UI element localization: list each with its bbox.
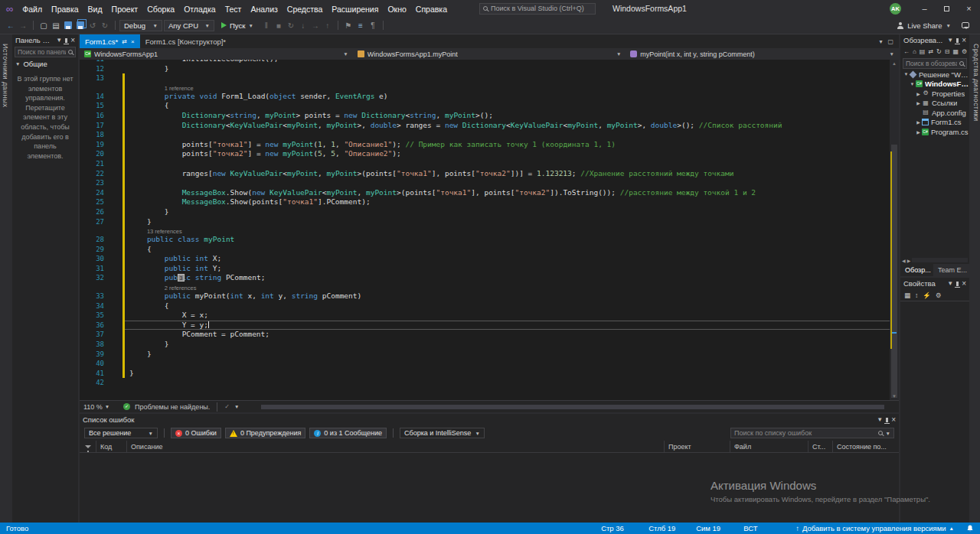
code-line[interactable]: 37 PComment = pComment; xyxy=(80,330,890,340)
code-line[interactable]: 14 private void Form1_Load(object sender… xyxy=(80,92,890,102)
line-number[interactable]: 21 xyxy=(80,159,113,169)
scrollbar-thumb[interactable] xyxy=(261,405,884,409)
code-text-area[interactable]: 11 InitializeComponent();12 }131 referen… xyxy=(80,60,890,400)
tree-item[interactable]: ▶C#Program.cs xyxy=(900,127,969,137)
step-over-icon[interactable]: → xyxy=(309,21,322,30)
line-number[interactable]: 37 xyxy=(80,330,113,340)
outline-icon[interactable]: ≡ xyxy=(354,21,367,30)
vertical-scrollbar[interactable]: ▲ ▼ xyxy=(890,60,899,400)
open-file-icon[interactable]: ▤ xyxy=(50,21,62,30)
code-line[interactable]: 29 { xyxy=(80,245,890,255)
scrollbar-thumb[interactable] xyxy=(891,145,897,398)
line-number[interactable]: 22 xyxy=(80,169,113,179)
redo-icon[interactable]: ↻ xyxy=(99,21,111,30)
line-number[interactable]: 15 xyxy=(80,101,113,111)
active-files-dropdown-icon[interactable]: ▾ xyxy=(879,38,882,45)
notifications-bell-icon[interactable] xyxy=(966,524,974,532)
column-header[interactable]: Состояние по... xyxy=(833,441,899,452)
scrollbar-track[interactable] xyxy=(912,258,968,262)
tool-window-tab[interactable]: Team E... xyxy=(933,264,969,276)
code-line[interactable]: 38 } xyxy=(80,340,890,350)
scroll-up-icon[interactable]: ▲ xyxy=(890,60,899,67)
tree-item[interactable]: ▼C#WindowsFormsApp1 xyxy=(900,80,969,90)
line-number[interactable]: 31 xyxy=(80,264,113,274)
bookmark-icon[interactable]: ⚑ xyxy=(342,21,354,30)
line-number[interactable]: 36 xyxy=(80,321,113,330)
code-line[interactable]: 41} xyxy=(80,369,890,379)
code-line[interactable]: 30 public int X; xyxy=(80,254,890,264)
save-icon[interactable] xyxy=(64,21,72,29)
restore-button[interactable] xyxy=(936,0,958,17)
show-all-files-icon[interactable]: ▦ xyxy=(953,48,959,55)
pin-icon[interactable] xyxy=(65,38,67,43)
menu-item-7[interactable]: Анализ xyxy=(246,5,282,14)
line-number[interactable]: 38 xyxy=(80,340,113,350)
categorized-icon[interactable]: ▦ xyxy=(904,291,910,299)
code-line[interactable]: 25 MessageBox.Show(points["точка1"].PCom… xyxy=(80,197,890,207)
start-debug-button[interactable]: Пуск ▼ xyxy=(216,21,259,30)
new-file-icon[interactable]: ▢ xyxy=(38,21,50,30)
editor-tab[interactable]: Form1.cs [Конструктор]* xyxy=(140,34,231,48)
properties-icon[interactable]: ⚙ xyxy=(962,48,967,55)
line-number[interactable]: 13 xyxy=(80,73,113,83)
scroll-right-icon[interactable]: ▶ xyxy=(907,258,911,263)
collapse-all-icon[interactable]: ⊟ xyxy=(945,48,950,55)
code-line[interactable]: 35 X = x; xyxy=(80,311,890,321)
code-line[interactable]: 42 xyxy=(80,378,890,388)
pause-icon[interactable]: ‖ xyxy=(260,21,273,30)
window-layout-icon[interactable]: ▢ xyxy=(887,38,893,45)
column-header[interactable]: Проект xyxy=(665,441,730,452)
code-line[interactable]: 26 } xyxy=(80,207,890,217)
home-icon[interactable]: ⌂ xyxy=(913,48,916,55)
close-icon[interactable]: × xyxy=(962,280,966,288)
line-number[interactable]: 32 xyxy=(80,273,113,283)
pin-icon[interactable] xyxy=(956,282,959,286)
tree-item[interactable]: ▶▦Ссылки xyxy=(900,99,969,109)
line-number[interactable]: 30 xyxy=(80,254,113,264)
diagnostic-tools-autohide-tab[interactable]: Средства диагностики xyxy=(971,34,980,523)
codelens-references-link[interactable]: 2 references xyxy=(165,284,197,291)
close-icon[interactable]: × xyxy=(891,416,896,424)
menu-item-10[interactable]: Окно xyxy=(383,5,410,14)
menu-item-1[interactable]: Правка xyxy=(47,5,83,14)
error-list-body[interactable] xyxy=(80,453,899,523)
data-sources-autohide-tab[interactable]: Источники данных xyxy=(0,34,11,523)
zoom-dropdown[interactable]: 110 % ▼ xyxy=(83,403,119,411)
split-view-icon[interactable]: ⇄ xyxy=(122,38,127,45)
avatar[interactable]: AK xyxy=(890,3,901,15)
menu-item-5[interactable]: Отладка xyxy=(179,5,220,14)
breadcrumb-segment[interactable]: C#WindowsFormsApp1▼ xyxy=(80,50,353,58)
code-line[interactable]: 28 public class myPoint xyxy=(80,235,890,245)
chevron-collapsed-icon[interactable]: ▶ xyxy=(915,119,922,125)
scope-filter-dropdown[interactable]: Все решение ▼ xyxy=(84,428,158,438)
refresh-icon[interactable]: ↻ xyxy=(936,48,942,55)
code-line[interactable]: 19 points["точка1"] = new myPoint(1, 1, … xyxy=(80,140,890,150)
line-number[interactable]: 39 xyxy=(80,350,113,360)
window-position-icon[interactable]: ▼ xyxy=(947,281,953,287)
line-number[interactable]: 19 xyxy=(80,140,113,150)
code-line[interactable]: 13 xyxy=(80,73,890,83)
alphabetical-icon[interactable]: ↕ xyxy=(915,291,918,299)
code-line[interactable]: 32 public string PComment;3 xyxy=(80,273,890,283)
messages-filter-button[interactable]: i0 из 1 Сообщение xyxy=(309,428,387,438)
line-number[interactable]: 14 xyxy=(80,92,113,102)
chevron-down-icon[interactable]: ▼ xyxy=(234,404,239,409)
code-line[interactable]: 24 MessageBox.Show(new KeyValuePair<myPo… xyxy=(80,188,890,198)
warnings-filter-button[interactable]: 0 Предупреждения xyxy=(225,428,305,438)
menu-item-0[interactable]: Файл xyxy=(18,5,47,14)
code-line[interactable]: 39 } xyxy=(80,350,890,360)
filter-column-header[interactable] xyxy=(80,441,96,452)
menu-item-4[interactable]: Сборка xyxy=(142,5,179,14)
code-line[interactable]: 36 Y = y; xyxy=(80,321,890,330)
horizontal-scrollbar[interactable]: ◀ ▶ xyxy=(900,256,969,264)
horizontal-scrollbar[interactable] xyxy=(248,404,890,410)
close-icon[interactable]: × xyxy=(962,37,966,44)
line-number[interactable]: 25 xyxy=(80,197,113,207)
menu-item-6[interactable]: Тест xyxy=(220,5,247,14)
column-header[interactable]: Описание xyxy=(127,441,665,452)
pin-icon[interactable] xyxy=(956,38,959,43)
configuration-dropdown[interactable]: Debug ▼ xyxy=(119,20,162,31)
pin-icon[interactable] xyxy=(886,418,888,422)
column-header[interactable]: Код xyxy=(96,441,127,452)
code-line[interactable]: 15 { xyxy=(80,101,890,111)
